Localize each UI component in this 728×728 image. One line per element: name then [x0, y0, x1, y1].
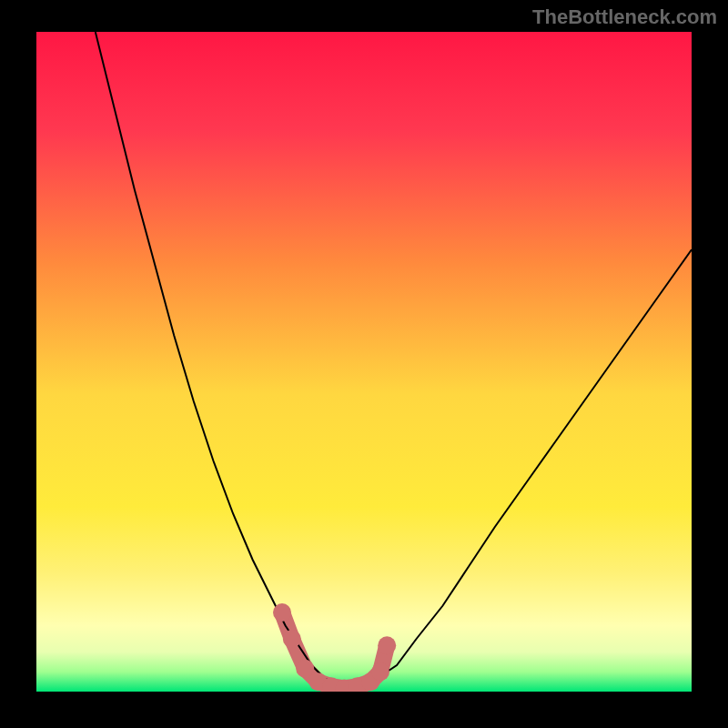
data-marker: [371, 662, 389, 681]
chart-container: TheBottleneck.com: [0, 0, 728, 728]
data-marker: [273, 603, 291, 622]
plot-area: [36, 32, 692, 692]
watermark-text: TheBottleneck.com: [532, 5, 717, 29]
curve-layer: [36, 32, 692, 692]
bottleneck-curve: [96, 32, 692, 688]
data-marker: [378, 636, 396, 654]
data-marker: [296, 660, 314, 678]
data-marker: [283, 630, 301, 648]
